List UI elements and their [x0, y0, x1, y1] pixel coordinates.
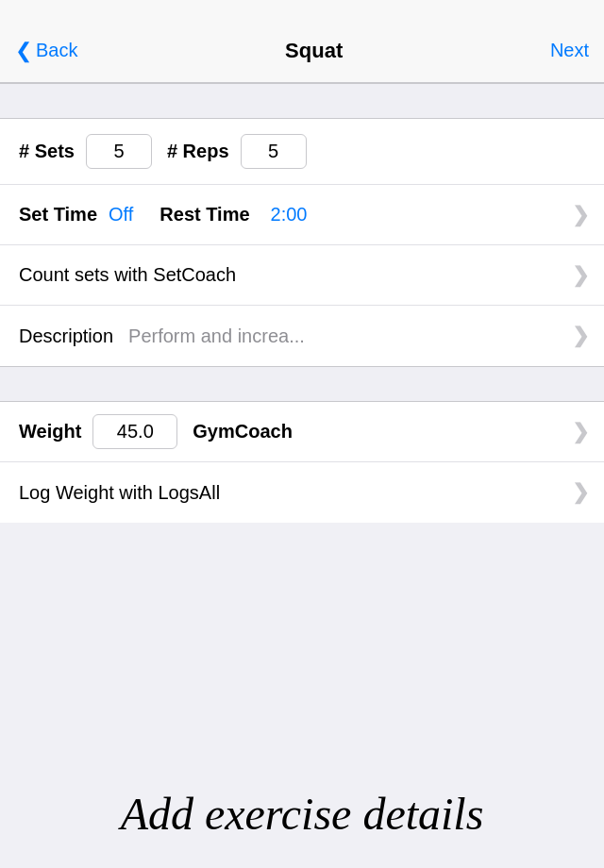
rest-time-value[interactable]: 2:00	[271, 204, 308, 225]
description-row[interactable]: Description Perform and increa... ❯	[0, 306, 604, 366]
count-sets-row[interactable]: Count sets with SetCoach ❯	[0, 245, 604, 306]
navigation-bar: ❮ Back Squat Next	[0, 0, 604, 83]
gymcoach-label: GymCoach	[193, 421, 293, 442]
weight-label: Weight	[19, 421, 81, 442]
sets-input[interactable]: 5	[86, 134, 152, 169]
sets-label: # Sets	[19, 141, 75, 162]
gymcoach-chevron-icon[interactable]: ❯	[572, 420, 589, 444]
set-time-label: Set Time	[19, 204, 97, 225]
weight-input[interactable]: 45.0	[92, 414, 177, 449]
log-weight-chevron-icon: ❯	[572, 480, 589, 505]
count-sets-label: Count sets with SetCoach	[19, 264, 236, 286]
rest-time-label: Rest Time	[159, 204, 249, 225]
description-chevron-icon: ❯	[572, 324, 589, 348]
section-separator-middle	[0, 366, 604, 402]
rest-time-chevron-icon: ❯	[572, 203, 589, 227]
next-button[interactable]: Next	[550, 40, 589, 61]
reps-label: # Reps	[167, 141, 229, 162]
count-sets-chevron-icon: ❯	[572, 263, 589, 288]
time-row: Set Time Off Rest Time 2:00 ❯	[0, 185, 604, 245]
weight-row: Weight 45.0 GymCoach ❯	[0, 402, 604, 462]
page-title: Squat	[285, 39, 343, 63]
bottom-hint-text: Add exercise details	[0, 788, 604, 840]
section-separator-top	[0, 83, 604, 119]
back-button[interactable]: ❮ Back	[15, 39, 77, 63]
log-weight-label: Log Weight with LogsAll	[19, 482, 220, 504]
description-label: Description	[19, 326, 113, 347]
section-sets-reps: # Sets 5 # Reps 5 Set Time Off Rest Time…	[0, 119, 604, 366]
back-label: Back	[36, 40, 77, 61]
back-chevron-icon: ❮	[15, 39, 32, 63]
reps-input[interactable]: 5	[241, 134, 307, 169]
section-weight: Weight 45.0 GymCoach ❯ Log Weight with L…	[0, 402, 604, 523]
set-time-value[interactable]: Off	[109, 204, 133, 225]
log-weight-row[interactable]: Log Weight with LogsAll ❯	[0, 462, 604, 523]
description-value: Perform and increa...	[128, 326, 305, 347]
sets-reps-row: # Sets 5 # Reps 5	[0, 119, 604, 185]
